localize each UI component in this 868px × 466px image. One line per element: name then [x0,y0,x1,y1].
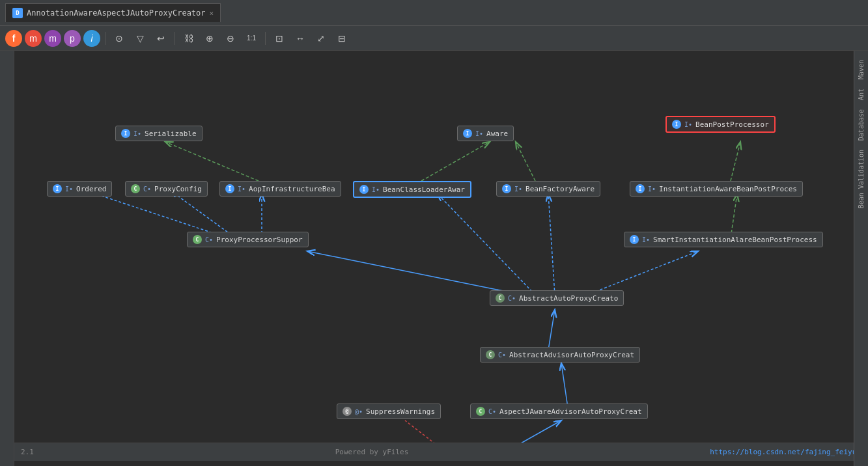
node-icon-aware: I [463,129,472,138]
panel-maven[interactable]: Maven [856,56,867,83]
node-icon-proxyconfig: C [131,184,140,193]
toolbar-btn-filter[interactable]: ▽ [131,30,149,47]
toolbar-btn-i[interactable]: i [83,30,100,47]
toolbar-btn-export1[interactable]: ⊡ [270,30,288,47]
node-label-instantiationawarebean: InstantiationAwareBeanPostProces [659,185,797,193]
node-icon-suppresswarnings: @ [343,407,352,416]
node-label-aware: Aware [486,130,508,138]
tab-close-button[interactable]: × [210,9,214,18]
panel-database[interactable]: Database [856,105,867,144]
left-strip [0,51,14,466]
svg-line-11 [548,194,555,295]
node-serializable[interactable]: I I• Serializable [115,126,203,141]
toolbar-sep-1 [105,32,105,45]
bottom-bar: 2.1 Powered by yFiles https://blog.csdn.… [14,443,854,461]
node-icon-smartinstantiation: I [630,235,639,244]
version-label: 2.1 [21,448,34,456]
node-label-serializable: Serializable [145,130,196,138]
panel-bean-validation[interactable]: Bean Validation [856,146,867,212]
svg-line-10 [438,194,535,295]
node-label-proxyprocessorsupport: ProxyProcessorSuppor [216,236,302,244]
node-label-beanfactoryaware: BeanFactoryAware [525,185,595,193]
node-suppresswarnings[interactable]: @ @• SuppressWarnings [337,404,441,419]
node-abstractautoproxycreator[interactable]: C C• AbstractAutoProxyCreato [490,290,624,306]
node-label-aopinfrastructure: AopInfrastructureBea [249,185,335,193]
url-label: https://blog.csdn.net/fajing_feiyue [710,448,854,456]
toolbar-btn-export3[interactable]: ⤢ [312,30,330,47]
right-panels: Maven Ant Database Bean Validation [854,51,868,466]
node-label-abstractadvisorautoproxy: AbstractAdvisorAutoProxyCreat [509,351,634,359]
svg-line-8 [307,251,522,295]
node-proxyprocessorsupport[interactable]: C C• ProxyProcessorSuppor [187,232,309,247]
node-aopinfrastructure[interactable]: I I• AopInfrastructureBea [219,181,341,197]
toolbar-btn-view[interactable]: ⊙ [110,30,128,47]
node-icon-instantiationawarebean: I [636,184,645,193]
diagram-arrows [14,51,854,461]
node-label-aspectjaware: AspectJAwareAdvisorAutoProxyCreat [499,407,642,416]
toolbar-btn-add[interactable]: ⊕ [201,30,219,47]
toolbar-btn-link[interactable]: ⛓ [180,30,198,47]
toolbar-btn-layout[interactable]: ↩ [152,30,170,47]
toolbar-sep-2 [175,32,175,45]
svg-line-3 [731,142,740,181]
node-beanpostprocessor[interactable]: I I• BeanPostProcessor [665,116,776,133]
main-tab[interactable]: D AnnotationAwareAspectJAutoProxyCreator… [5,3,221,22]
node-label-beanclassloaderaware: BeanClassLoaderAwar [383,185,465,194]
node-proxyconfig[interactable]: C C• ProxyConfig [125,181,208,197]
node-beanfactoryaware[interactable]: I I• BeanFactoryAware [496,181,600,197]
tab-bar: D AnnotationAwareAspectJAutoProxyCreator… [0,0,868,26]
toolbar-btn-f[interactable]: f [5,30,22,47]
toolbar-btn-m1[interactable]: m [25,30,42,47]
node-smartinstantiation[interactable]: I I• SmartInstantiationAlareBeanPostProc… [624,232,823,247]
diagram-canvas[interactable]: I I• Serializable I I• Aware I I• BeanPo… [14,51,854,461]
toolbar-btn-ratio[interactable]: 1:1 [242,30,260,47]
toolbar-btn-remove[interactable]: ⊖ [221,30,240,47]
node-label-proxyconfig: ProxyConfig [154,185,202,193]
node-label-abstractautoproxycreator: AbstractAutoProxyCreato [519,294,618,303]
toolbar-btn-print[interactable]: ⊟ [333,30,351,47]
node-icon-abstractadvisorautoproxy: C [486,350,495,359]
toolbar-btn-export2[interactable]: ↔ [291,30,309,47]
toolbar-btn-m2[interactable]: m [44,30,61,47]
svg-line-13 [561,363,568,407]
node-label-ordered: Ordered [76,185,106,193]
powered-by-label: Powered by yFiles [335,448,409,456]
panel-ant[interactable]: Ant [856,85,867,104]
tab-diagram-icon: D [12,8,23,18]
node-aware[interactable]: I I• Aware [457,126,514,141]
node-label-suppresswarnings: SuppressWarnings [366,407,435,416]
svg-line-0 [165,142,259,181]
node-abstractadvisorautoproxy[interactable]: C C• AbstractAdvisorAutoProxyCreat [480,347,640,363]
svg-line-2 [516,142,535,181]
node-icon-ordered: I [53,184,62,193]
node-label-beanpostprocessor: BeanPostProcessor [695,120,769,129]
node-icon-beanfactoryaware: I [502,184,511,193]
node-icon-beanclassloaderaware: I [359,185,369,194]
svg-line-9 [587,251,698,295]
node-icon-serializable: I [121,129,130,138]
toolbar-sep-3 [265,32,266,45]
node-icon-beanpostprocessor: I [672,120,681,129]
node-icon-proxyprocessorsupport: C [193,235,202,244]
node-icon-aopinfrastructure: I [225,184,234,193]
node-icon-abstractautoproxycreator: C [496,294,505,303]
tab-label: AnnotationAwareAspectJAutoProxyCreator [27,8,206,18]
main-layout: I I• Serializable I I• Aware I I• BeanPo… [0,51,868,466]
toolbar: f m m p i ⊙ ▽ ↩ ⛓ ⊕ ⊖ 1:1 ⊡ ↔ ⤢ ⊟ [0,26,868,51]
node-label-smartinstantiation: SmartInstantiationAlareBeanPostProcess [653,236,817,244]
svg-line-1 [421,142,490,181]
svg-line-12 [548,310,555,350]
node-icon-aspectjaware: C [476,407,485,416]
node-aspectjaware[interactable]: C C• AspectJAwareAdvisorAutoProxyCreat [470,404,648,419]
toolbar-btn-p[interactable]: p [64,30,81,47]
node-beanclassloaderaware[interactable]: I I• BeanClassLoaderAwar [353,181,471,198]
node-ordered[interactable]: I I• Ordered [47,181,112,197]
node-instantiationawarebean[interactable]: I I• InstantiationAwareBeanPostProces [630,181,803,197]
